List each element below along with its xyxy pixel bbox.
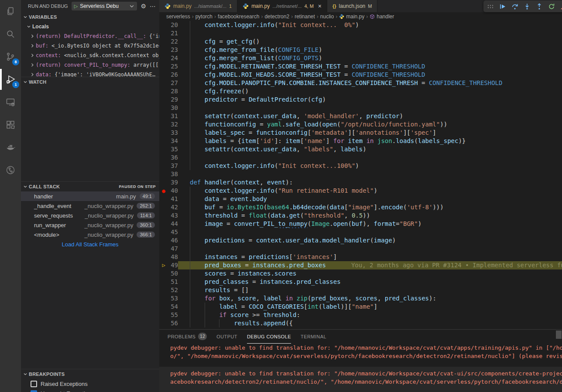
- code-line[interactable]: 27 cfg.MODEL.PANOPTIC_FPN.COMBINE.INSTAN…: [159, 79, 562, 87]
- sidebar-item-extensions[interactable]: [0, 113, 21, 136]
- breakpoint-row[interactable]: Raised Exceptions: [21, 379, 159, 389]
- variable-row[interactable]: (return) DefaultPredictor.__call__:{'ins…: [21, 31, 159, 41]
- gutter-margin[interactable]: [159, 71, 168, 79]
- sidebar-item-run-and-debug[interactable]: 1: [0, 68, 21, 91]
- code-line[interactable]: 33 labels_spec = functionconfig['metadat…: [159, 129, 562, 137]
- gutter-margin[interactable]: [159, 278, 168, 286]
- code-line[interactable]: 35 setattr(context.user_data, "labels", …: [159, 145, 562, 153]
- code-line[interactable]: 23 cfg.merge_from_file(CONFIG_FILE): [159, 46, 562, 54]
- gutter-margin[interactable]: [159, 112, 168, 120]
- code-line[interactable]: 42 buf = io.BytesIO(base64.b64decode(dat…: [159, 203, 562, 211]
- gear-icon[interactable]: ⚙: [140, 3, 146, 9]
- code-line[interactable]: ●40 context.logger.info("Run retinanet-R…: [159, 187, 562, 195]
- breakpoints-section-header[interactable]: BREAKPOINTS: [21, 369, 159, 379]
- gutter-margin[interactable]: [159, 104, 168, 112]
- sidebar-item-docker[interactable]: [0, 136, 21, 159]
- gutter-margin[interactable]: [159, 54, 168, 62]
- code-line[interactable]: 32 functionconfig = yaml.safe_load(open(…: [159, 120, 562, 129]
- gutter-margin[interactable]: [159, 145, 168, 153]
- code-line[interactable]: 26 cfg.MODEL.ROI_HEADS.SCORE_THRESH_TEST…: [159, 71, 562, 79]
- code-line[interactable]: 53 for box, score, label in zip(pred_box…: [159, 294, 562, 303]
- gutter-margin[interactable]: ●: [159, 187, 168, 195]
- gutter-margin[interactable]: [159, 170, 168, 178]
- code-line[interactable]: 25 cfg.MODEL.RETINANET.SCORE_THRESH_TEST…: [159, 62, 562, 71]
- code-line[interactable]: 46 predictions = context.user_data.model…: [159, 236, 562, 245]
- gutter-margin[interactable]: [159, 253, 168, 261]
- stack-frame[interactable]: _handle_event_nuclio_wrapper.py262:1: [21, 201, 159, 211]
- gutter-margin[interactable]: [159, 120, 168, 129]
- call-stack-section-header[interactable]: CALL STACK PAUSED ON STEP: [21, 182, 159, 191]
- sidebar-item-explorer[interactable]: [0, 0, 21, 23]
- gutter-margin[interactable]: [159, 178, 168, 187]
- code-line[interactable]: 37 context.logger.info("Init context...1…: [159, 162, 562, 170]
- tab-main-py-siammask[interactable]: main.py .../siammask/... 1: [159, 0, 237, 12]
- code-line[interactable]: 22 cfg = get_cfg(): [159, 37, 562, 46]
- panel-scrollbar-thumb[interactable]: [556, 331, 562, 339]
- variable-row[interactable]: context:<nuclio_sdk.context.Context obje…: [21, 51, 159, 60]
- gutter-margin[interactable]: [159, 95, 168, 104]
- sidebar-item-source-control[interactable]: 8: [0, 45, 21, 68]
- code-line[interactable]: 52 results = []: [159, 286, 562, 294]
- code-line[interactable]: 29 predictor = DefaultPredictor(cfg): [159, 95, 562, 104]
- watch-section-header[interactable]: WATCH: [21, 77, 159, 87]
- step-over-button[interactable]: [511, 2, 519, 11]
- gutter-margin[interactable]: [159, 294, 168, 303]
- gutter-margin[interactable]: [159, 46, 168, 54]
- gutter-margin[interactable]: [159, 269, 168, 278]
- restart-button[interactable]: [547, 2, 556, 11]
- code-line[interactable]: 51 pred_classes = instances.pred_classes: [159, 278, 562, 286]
- breadcrumb-item[interactable]: facebookresearch: [218, 14, 259, 20]
- gutter-margin[interactable]: [159, 203, 168, 211]
- continue-button[interactable]: [498, 2, 507, 11]
- code-line[interactable]: 24 cfg.merge_from_list(CONFIG_OPTS): [159, 54, 562, 62]
- code-editor[interactable]: 20 context.logger.info("Init context... …: [159, 21, 562, 329]
- sidebar-item-remote-explorer[interactable]: [0, 91, 21, 113]
- gutter-margin[interactable]: [159, 319, 168, 327]
- code-line[interactable]: 31 setattr(context.user_data, 'model_han…: [159, 112, 562, 120]
- code-line[interactable]: 21: [159, 29, 562, 37]
- gutter-margin[interactable]: [159, 245, 168, 253]
- code-line[interactable]: 20 context.logger.info("Init context... …: [159, 21, 562, 29]
- code-line[interactable]: 43 threshold = float(data.get("threshold…: [159, 211, 562, 220]
- more-actions-icon[interactable]: ⋯: [150, 3, 156, 9]
- gutter-margin[interactable]: [159, 37, 168, 46]
- variables-section-header[interactable]: VARIABLES: [21, 12, 159, 22]
- gutter-margin[interactable]: [159, 129, 168, 137]
- code-line[interactable]: 30: [159, 104, 562, 112]
- breakpoint-row[interactable]: ✓Uncaught Exceptions: [21, 389, 159, 392]
- gutter-margin[interactable]: [159, 311, 168, 319]
- breadcrumb-item-symbol[interactable]: handler: [370, 14, 394, 20]
- code-line[interactable]: 36: [159, 153, 562, 162]
- code-line[interactable]: 47: [159, 245, 562, 253]
- gutter-margin[interactable]: ▷: [159, 261, 168, 269]
- code-line[interactable]: 39def handler(context, event):: [159, 178, 562, 187]
- stack-frame[interactable]: <module>_nuclio_wrapper.py366:1: [21, 230, 159, 239]
- variable-row[interactable]: data:{'image': 'iVBORw0KGgoAAAANSUhE…: [21, 70, 159, 77]
- gutter-margin[interactable]: [159, 195, 168, 203]
- sidebar-item-search[interactable]: [0, 23, 21, 45]
- step-out-button[interactable]: [535, 2, 544, 11]
- code-line[interactable]: 54 label = COCO_CATEGORIES[int(label)]["…: [159, 303, 562, 311]
- breadcrumb-item[interactable]: serverless: [166, 14, 190, 20]
- gutter-margin[interactable]: [159, 29, 168, 37]
- breadcrumb-item[interactable]: nuclio: [320, 14, 334, 20]
- breadcrumb-item[interactable]: pytorch: [195, 14, 212, 20]
- toolbar-drag-grip[interactable]: [486, 2, 495, 11]
- sidebar-item-git-graph[interactable]: [0, 159, 21, 181]
- launch-config-select[interactable]: ▷ Serverless Debu: [72, 2, 137, 10]
- console-message-block[interactable]: pydev debugger: unable to find translati…: [159, 344, 562, 360]
- breakpoint-checkbox[interactable]: [31, 381, 37, 387]
- breadcrumb-item[interactable]: detectron2: [264, 14, 289, 20]
- tab-terminal[interactable]: TERMINAL: [301, 330, 326, 344]
- breadcrumb-item-file[interactable]: main.py: [339, 14, 364, 20]
- gutter-margin[interactable]: [159, 153, 168, 162]
- tab-main-py-retinanet[interactable]: main.py .../retinanet/... 4, M ×: [237, 0, 327, 12]
- code-line[interactable]: 44 image = convert_PIL_to_numpy(Image.op…: [159, 220, 562, 228]
- code-line[interactable]: 34 labels = {item['id']: item['name'] fo…: [159, 137, 562, 145]
- code-line[interactable]: 38: [159, 170, 562, 178]
- gutter-margin[interactable]: [159, 211, 168, 220]
- gutter-margin[interactable]: [159, 236, 168, 245]
- gutter-margin[interactable]: [159, 228, 168, 236]
- code-line[interactable]: 28 cfg.freeze(): [159, 87, 562, 95]
- gutter-margin[interactable]: [159, 21, 168, 29]
